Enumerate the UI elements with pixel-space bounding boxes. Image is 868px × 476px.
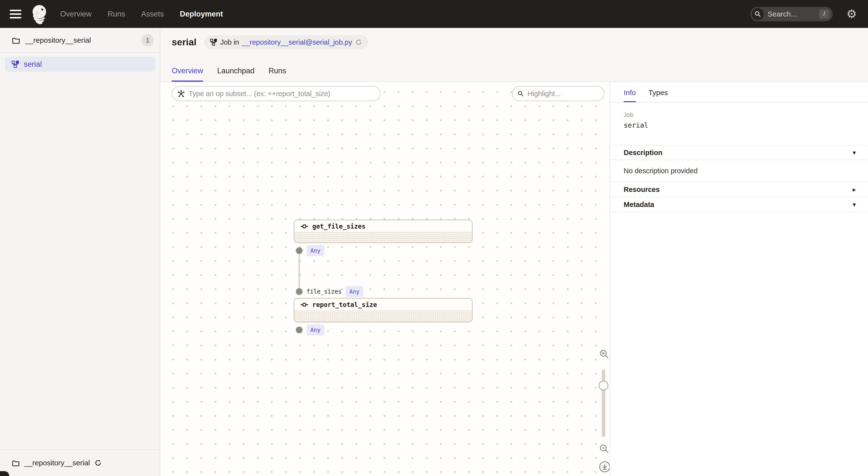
op-subset-filter <box>172 86 380 101</box>
chevron-right-icon: ▸ <box>853 186 856 193</box>
zoom-out-icon[interactable] <box>599 443 609 454</box>
description-body: No description provided <box>610 160 868 182</box>
section-description[interactable]: Description ▾ <box>610 145 868 160</box>
search-icon <box>752 8 764 20</box>
op-graph-canvas[interactable]: get_file_sizes Any file_sizes Any report <box>160 82 609 476</box>
tab-runs[interactable]: Runs <box>269 66 286 82</box>
job-tabs: Overview Launchpad Runs <box>172 66 286 82</box>
sidebar-item-serial[interactable]: serial <box>5 57 155 72</box>
repository-name: __repository__serial <box>25 36 91 44</box>
search-shortcut-badge: / <box>819 9 829 19</box>
op-name: get_file_sizes <box>312 223 366 230</box>
reload-repository-icon[interactable] <box>94 459 102 467</box>
navbar-links: Overview Runs Assets Deployment <box>60 10 223 19</box>
job-header: serial Job in __repository__serial@seria… <box>160 28 868 82</box>
dagster-app: Overview Runs Assets Deployment Search..… <box>0 0 868 476</box>
op-icon <box>300 301 308 309</box>
highlight-filter <box>512 86 604 101</box>
output-port <box>296 247 303 254</box>
settings-gear-icon[interactable]: ⚙ <box>846 8 857 20</box>
section-title: Description <box>624 149 662 157</box>
tab-launchpad[interactable]: Launchpad <box>217 66 254 82</box>
info-panel: Info Types Job serial Description ▾ No d… <box>610 82 868 476</box>
section-metadata[interactable]: Metadata ▾ <box>610 197 868 212</box>
type-badge-any[interactable]: Any <box>346 286 364 297</box>
op-icon <box>300 222 308 231</box>
op-subset-input[interactable] <box>189 90 375 98</box>
output-port <box>296 327 303 333</box>
output-port-row: Any <box>296 245 324 256</box>
zoom-slider-track[interactable] <box>602 370 605 437</box>
job-icon <box>210 38 217 46</box>
section-title: Resources <box>624 185 660 194</box>
folder-icon <box>12 36 21 45</box>
nav-item-runs[interactable]: Runs <box>107 10 125 19</box>
op-node-report-total-size[interactable]: report_total_size <box>293 298 473 322</box>
global-search-input[interactable]: Search... / <box>750 7 833 21</box>
output-port-row: Any <box>296 325 324 336</box>
panel-tabs: Info Types <box>610 82 868 103</box>
nav-item-assets[interactable]: Assets <box>141 10 164 19</box>
hamburger-menu-icon[interactable] <box>10 10 21 19</box>
nav-item-overview[interactable]: Overview <box>60 10 92 19</box>
search-placeholder: Search... <box>768 10 819 18</box>
op-node-body <box>294 311 472 322</box>
section-resources[interactable]: Resources ▸ <box>610 182 868 197</box>
zoom-slider-handle[interactable] <box>599 381 609 390</box>
dagster-logo-icon[interactable] <box>28 3 50 25</box>
job-summary: Job serial <box>610 103 868 145</box>
tab-overview[interactable]: Overview <box>172 66 203 82</box>
section-title: Metadata <box>624 201 654 209</box>
reload-job-icon[interactable] <box>355 39 362 46</box>
tab-info[interactable]: Info <box>624 89 636 102</box>
search-icon <box>517 90 524 98</box>
tab-types[interactable]: Types <box>648 89 668 102</box>
left-sidebar: __repository__serial 1 serial __reposito… <box>0 28 160 476</box>
type-badge-any[interactable]: Any <box>307 245 324 256</box>
breadcrumb: Job in __repository__serial@serial_job.p… <box>204 35 368 49</box>
breadcrumb-prefix: Job in <box>220 38 239 46</box>
highlight-input[interactable] <box>527 90 599 98</box>
page-title: serial <box>172 37 196 47</box>
job-label: Job <box>624 111 855 118</box>
input-port <box>296 288 303 295</box>
repository-count-badge: 1 <box>141 34 154 46</box>
footer-repository-name: __repository__serial <box>24 459 90 467</box>
input-port-row: file_sizes Any <box>296 286 363 297</box>
type-badge-any[interactable]: Any <box>307 325 324 336</box>
breadcrumb-repo-link[interactable]: __repository__serial@serial_job.py <box>242 38 352 46</box>
folder-icon <box>12 459 20 467</box>
op-node-body <box>294 233 472 242</box>
sidebar-item-label: serial <box>24 60 42 69</box>
op-edge <box>299 250 300 292</box>
top-navbar: Overview Runs Assets Deployment Search..… <box>0 0 868 28</box>
nav-item-deployment[interactable]: Deployment <box>180 10 223 19</box>
sidebar-footer: __repository__serial <box>0 449 160 476</box>
chevron-down-icon: ▾ <box>853 149 856 157</box>
repository-header[interactable]: __repository__serial 1 <box>0 28 160 53</box>
op-selector-icon <box>177 89 185 98</box>
download-image-icon[interactable] <box>599 461 611 473</box>
job-icon <box>11 60 20 68</box>
job-name: serial <box>624 121 855 129</box>
op-node-get-file-sizes[interactable]: get_file_sizes <box>293 219 473 243</box>
input-port-name: file_sizes <box>307 288 342 295</box>
chevron-down-icon: ▾ <box>853 201 856 208</box>
op-name: report_total_size <box>312 301 377 308</box>
zoom-in-icon[interactable] <box>599 349 609 359</box>
